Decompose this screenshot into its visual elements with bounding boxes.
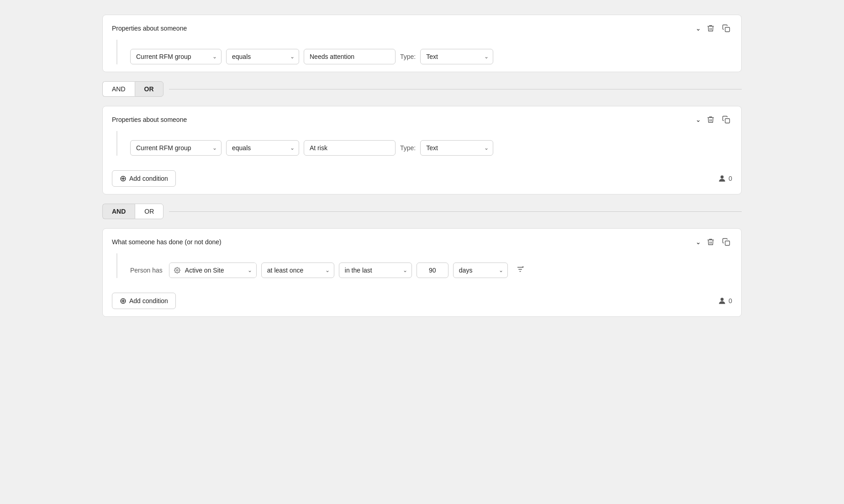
card-2-type-select[interactable]: Text Number Date (420, 140, 493, 156)
card-3-header-left: What someone has done (or not done) ⌄ (112, 238, 701, 246)
card-3-activity-outer: Active on Site Opened Email Clicked Emai… (169, 262, 257, 278)
card-2-footer: ⊕ Add condition 0 (112, 163, 732, 187)
card-2-copy-button[interactable] (720, 114, 732, 126)
and-button-2[interactable]: AND (102, 204, 135, 219)
card-3-count-value: 0 (728, 297, 732, 304)
card-3-add-condition-button[interactable]: ⊕ Add condition (112, 293, 176, 309)
card-3-footer: ⊕ Add condition 0 (112, 285, 732, 309)
svg-rect-0 (725, 27, 730, 32)
card-3-activity-wrapper: Active on Site Opened Email Clicked Emai… (169, 262, 257, 278)
card-1-header-left: Properties about someone ⌄ (112, 25, 701, 32)
card-2-add-condition-button[interactable]: ⊕ Add condition (112, 170, 176, 187)
card-3-days-input[interactable] (417, 262, 448, 278)
logic-line-2 (169, 211, 742, 212)
card-2-actions (705, 114, 732, 126)
card-2-type-label: Type: (400, 144, 416, 152)
logic-toggle-2: AND OR (102, 204, 742, 219)
card-3-filter-button[interactable] (512, 263, 528, 278)
card-2-equals-wrapper: equals does not equal contains ⌄ (226, 140, 299, 156)
card-2-header-select[interactable]: Properties about someone ⌄ (112, 116, 701, 123)
card-3-actions (705, 236, 732, 248)
card-3-body: Person has Active on Site Opened Email C… (116, 253, 732, 278)
logic-toggle-1-buttons: AND OR (102, 81, 164, 97)
card-2-header-left: Properties about someone ⌄ (112, 116, 701, 123)
card-3-timeframe-wrapper: in the last before after between ⌄ (339, 262, 412, 278)
card-1-delete-button[interactable] (705, 22, 717, 34)
card-1-copy-button[interactable] (720, 22, 732, 34)
card-2-type-wrapper: Text Number Date ⌄ (420, 140, 493, 156)
card-3-frequency-wrapper: at least once zero times exactly at leas… (261, 262, 334, 278)
card-1-chevron-icon: ⌄ (696, 25, 701, 32)
card-2-plus-icon: ⊕ (120, 174, 127, 183)
card-1: Properties about someone ⌄ Current RFM g… (102, 15, 742, 72)
card-2-header-label: Properties about someone (112, 116, 187, 123)
svg-point-6 (721, 298, 724, 301)
card-1-condition-row: Current RFM group Predicted RFM group RF… (130, 49, 732, 64)
card-1-header: Properties about someone ⌄ (112, 22, 732, 34)
svg-point-2 (721, 175, 724, 178)
logic-toggle-1: AND OR (102, 81, 742, 97)
card-1-equals-wrapper: equals does not equal contains ⌄ (226, 49, 299, 64)
card-2-delete-button[interactable] (705, 114, 717, 126)
card-3-delete-button[interactable] (705, 236, 717, 248)
card-3-days-select[interactable]: days weeks months years (453, 262, 508, 278)
svg-rect-3 (725, 241, 730, 246)
card-2-add-condition-label: Add condition (129, 175, 168, 182)
logic-toggle-2-buttons: AND OR (102, 204, 164, 219)
card-2-rfm-wrapper: Current RFM group Predicted RFM group RF… (130, 140, 222, 156)
card-3-add-condition-label: Add condition (129, 297, 168, 304)
card-1-header-select[interactable]: Properties about someone ⌄ (112, 25, 701, 32)
card-2-user-count: 0 (717, 174, 732, 183)
and-button-1[interactable]: AND (102, 81, 135, 97)
card-2-header: Properties about someone ⌄ (112, 114, 732, 126)
card-1-rfm-select[interactable]: Current RFM group Predicted RFM group RF… (130, 49, 222, 64)
card-2-condition-row: Current RFM group Predicted RFM group RF… (130, 140, 732, 156)
svg-point-4 (176, 269, 178, 271)
card-2: Properties about someone ⌄ Current RFM g… (102, 106, 742, 194)
card-3-days-wrapper: days weeks months years ⌄ (453, 262, 508, 278)
card-2-rfm-select[interactable]: Current RFM group Predicted RFM group RF… (130, 140, 222, 156)
card-3-plus-icon: ⊕ (120, 297, 127, 305)
card-1-header-label: Properties about someone (112, 25, 187, 32)
card-3-timeframe-select[interactable]: in the last before after between (339, 262, 412, 278)
svg-rect-1 (725, 119, 730, 123)
card-1-value-input[interactable] (304, 49, 396, 64)
card-1-rfm-wrapper: Current RFM group Predicted RFM group RF… (130, 49, 222, 64)
card-3: What someone has done (or not done) ⌄ Pe… (102, 228, 742, 317)
main-container: Properties about someone ⌄ Current RFM g… (102, 7, 742, 324)
card-3-gear-icon (169, 263, 183, 277)
card-1-type-wrapper: Text Number Date ⌄ (420, 49, 493, 64)
card-3-frequency-select[interactable]: at least once zero times exactly at leas… (261, 262, 334, 278)
card-1-body: Current RFM group Predicted RFM group RF… (116, 40, 732, 64)
card-2-count-value: 0 (728, 175, 732, 182)
card-3-chevron-icon: ⌄ (696, 238, 701, 246)
card-3-header-select[interactable]: What someone has done (or not done) ⌄ (112, 238, 701, 246)
card-1-equals-select[interactable]: equals does not equal contains (226, 49, 299, 64)
card-3-user-count: 0 (717, 296, 732, 305)
card-3-person-has-label: Person has (130, 267, 163, 274)
card-3-condition-row: Person has Active on Site Opened Email C… (130, 262, 732, 278)
card-2-equals-select[interactable]: equals does not equal contains (226, 140, 299, 156)
or-button-2[interactable]: OR (135, 204, 164, 219)
card-3-header: What someone has done (or not done) ⌄ (112, 236, 732, 248)
card-1-actions (705, 22, 732, 34)
card-3-header-label: What someone has done (or not done) (112, 238, 222, 246)
card-3-copy-button[interactable] (720, 236, 732, 248)
card-2-value-input[interactable] (304, 140, 396, 156)
or-button-1[interactable]: OR (135, 81, 164, 97)
card-2-chevron-icon: ⌄ (696, 116, 701, 123)
card-1-type-select[interactable]: Text Number Date (420, 49, 493, 64)
card-1-type-label: Type: (400, 53, 416, 60)
logic-line-1 (169, 89, 742, 89)
card-3-activity-select[interactable]: Active on Site Opened Email Clicked Emai… (183, 263, 256, 278)
card-2-body: Current RFM group Predicted RFM group RF… (116, 131, 732, 156)
